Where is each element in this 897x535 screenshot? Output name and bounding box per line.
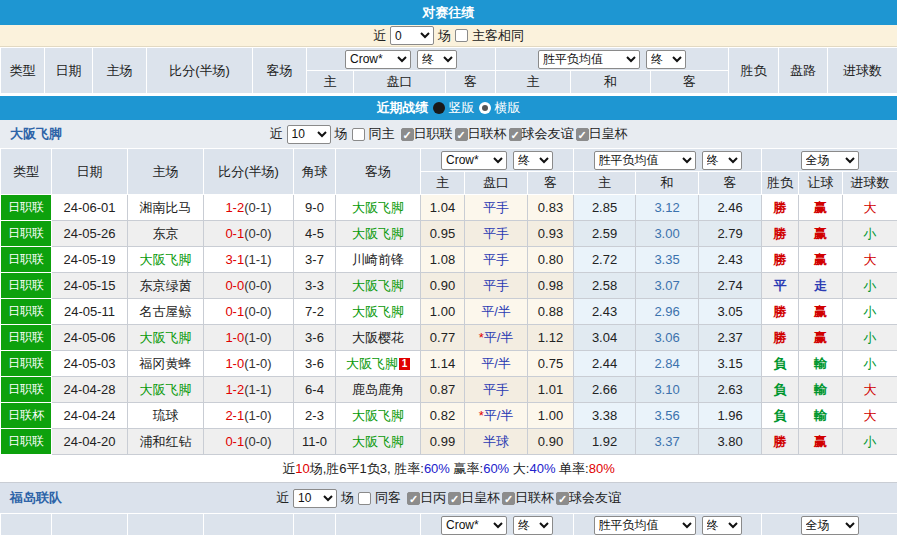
corner-score: 4-5: [294, 221, 336, 247]
away-team-name[interactable]: 大阪飞脚: [352, 226, 404, 241]
match-type-badge[interactable]: 日职联: [1, 299, 52, 325]
match-type-badge[interactable]: 日职联: [1, 351, 52, 377]
vertical-layout-radio[interactable]: [433, 102, 445, 114]
crow-home-odds: 1.08: [421, 247, 465, 273]
avg-away-odds: 2.37: [699, 325, 762, 351]
gamba-count-select[interactable]: 10: [287, 125, 331, 144]
league-label: 日皇杯: [589, 125, 628, 143]
gamba-team-name[interactable]: 大阪飞脚: [10, 125, 62, 143]
league-checkbox[interactable]: ✓: [502, 492, 515, 505]
match-date: 24-05-11: [52, 299, 128, 325]
fukushima-final-select-1[interactable]: 终: [513, 516, 553, 535]
away-team-name[interactable]: 大阪飞脚: [352, 200, 404, 215]
league-filter: ✓球会友谊: [509, 125, 574, 143]
recent-avg-select[interactable]: 胜平负均值: [594, 151, 696, 170]
gamba-section-bar: 大阪飞脚 近 10 场 同主 ✓日职联✓日联杯✓球会友谊✓日皇杯: [0, 120, 897, 148]
match-type-badge[interactable]: 日职联: [1, 273, 52, 299]
outcome-cell: 勝: [762, 195, 799, 221]
away-team-name[interactable]: 大阪飞脚: [352, 434, 404, 449]
match-date: 24-05-19: [52, 247, 128, 273]
h2h-title: 对赛往绩: [423, 4, 475, 22]
recent-bookmaker-select[interactable]: Crow*: [441, 151, 507, 170]
match-type-badge[interactable]: 日职联: [1, 377, 52, 403]
horizontal-layout-label: 横版: [495, 99, 521, 117]
home-team-name[interactable]: 浦和红钻: [140, 434, 192, 449]
outcome-cell: 負: [762, 403, 799, 429]
match-row: 日职联24-05-19大阪飞脚3-1(1-1)3-7川崎前锋1.08平手0.80…: [1, 247, 897, 273]
match-type-badge[interactable]: 日联杯: [1, 403, 52, 429]
crow-handicap-cell: 平手: [465, 377, 528, 403]
half-time-score: (0-0): [244, 434, 271, 449]
match-type-badge[interactable]: 日职联: [1, 195, 52, 221]
recent-final-select-2[interactable]: 终: [702, 151, 742, 170]
home-team-cell: 湘南比马: [128, 195, 204, 221]
half-time-score: (0-1): [244, 200, 271, 215]
match-type-badge[interactable]: 日职联: [1, 221, 52, 247]
same-home-checkbox[interactable]: [352, 128, 365, 141]
recent-scope-select[interactable]: 全场: [801, 151, 859, 170]
home-team-name[interactable]: 大阪飞脚: [140, 252, 192, 267]
fukushima-avg-select[interactable]: 胜平负均值: [594, 516, 696, 535]
league-checkbox[interactable]: ✓: [576, 128, 589, 141]
handicap-path-cell: 赢: [799, 429, 843, 455]
full-time-score: 1-0: [225, 330, 244, 345]
away-team-name[interactable]: 鹿岛鹿角: [352, 382, 404, 397]
league-label: 日联杯: [468, 125, 507, 143]
league-checkbox[interactable]: ✓: [448, 492, 461, 505]
match-type-badge[interactable]: 日职联: [1, 325, 52, 351]
match-type-badge[interactable]: 日职联: [1, 247, 52, 273]
full-time-score: 1-0: [225, 356, 244, 371]
crow-home-odds: 0.99: [421, 429, 465, 455]
avg-away-odds: 2.63: [699, 377, 762, 403]
home-team-name[interactable]: 大阪飞脚: [140, 330, 192, 345]
home-team-name[interactable]: 东京: [153, 226, 179, 241]
fukushima-team-name[interactable]: 福岛联队: [10, 489, 62, 507]
recent-scope-group: 全场: [762, 149, 897, 172]
away-team-name[interactable]: 大阪樱花: [352, 330, 404, 345]
h2h-final-select-1[interactable]: 终: [417, 50, 457, 69]
home-team-name[interactable]: 琉球: [153, 408, 179, 423]
same-away-checkbox[interactable]: [358, 492, 371, 505]
crow-home-odds: 0.87: [421, 377, 465, 403]
home-team-name[interactable]: 名古屋鲸: [140, 304, 192, 319]
away-team-name[interactable]: 大阪飞脚: [352, 304, 404, 319]
away-team-name[interactable]: 大阪飞脚: [352, 408, 404, 423]
crow-away-odds: 1.00: [528, 403, 574, 429]
league-checkbox[interactable]: ✓: [556, 492, 569, 505]
league-checkbox[interactable]: ✓: [407, 492, 420, 505]
league-label: 日职联: [414, 125, 453, 143]
match-type-badge[interactable]: 日职联: [1, 429, 52, 455]
home-team-name[interactable]: 福冈黄蜂: [140, 356, 192, 371]
h2h-count-select[interactable]: 0: [390, 26, 434, 45]
league-checkbox[interactable]: ✓: [455, 128, 468, 141]
recent-final-select-1[interactable]: 终: [513, 151, 553, 170]
fukushima-bookmaker-select[interactable]: Crow*: [441, 516, 507, 535]
away-team-name[interactable]: 大阪飞脚: [352, 278, 404, 293]
recent-sub-avg-draw: 和: [636, 172, 699, 195]
away-team-name[interactable]: 大阪飞脚: [346, 356, 398, 371]
avg-home-odds: 3.38: [574, 403, 636, 429]
half-time-score: (0-0): [244, 304, 271, 319]
league-checkbox[interactable]: ✓: [509, 128, 522, 141]
goals-cell: 大: [843, 247, 897, 273]
avg-away-odds: 2.46: [699, 195, 762, 221]
fukushima-final-select-2[interactable]: 终: [702, 516, 742, 535]
league-checkbox[interactable]: ✓: [401, 128, 414, 141]
handicap-text: 平手: [483, 252, 509, 267]
league-filter: ✓日皇杯: [448, 489, 500, 507]
avg-home-odds: 2.58: [574, 273, 636, 299]
h2h-bookmaker-select[interactable]: Crow*: [345, 50, 411, 69]
h2h-avg-select[interactable]: 胜平负均值: [538, 50, 640, 69]
h2h-table: 类型 日期 主场 比分(半场) 客场 Crow* 终 胜平负均值 终 胜负 盘路: [0, 47, 897, 94]
h2h-final-select-2[interactable]: 终: [646, 50, 686, 69]
home-team-name[interactable]: 湘南比马: [140, 200, 192, 215]
same-home-away-checkbox[interactable]: [455, 29, 468, 42]
fukushima-scope-select[interactable]: 全场: [801, 516, 859, 535]
full-time-score: 0-1: [225, 434, 244, 449]
home-team-name[interactable]: 东京绿茵: [140, 278, 192, 293]
home-team-name[interactable]: 大阪飞脚: [140, 382, 192, 397]
fukushima-count-select[interactable]: 10: [293, 489, 337, 508]
away-team-name[interactable]: 川崎前锋: [352, 252, 404, 267]
horizontal-layout-radio[interactable]: [479, 102, 491, 114]
crow-handicap-cell: 平/半: [465, 299, 528, 325]
